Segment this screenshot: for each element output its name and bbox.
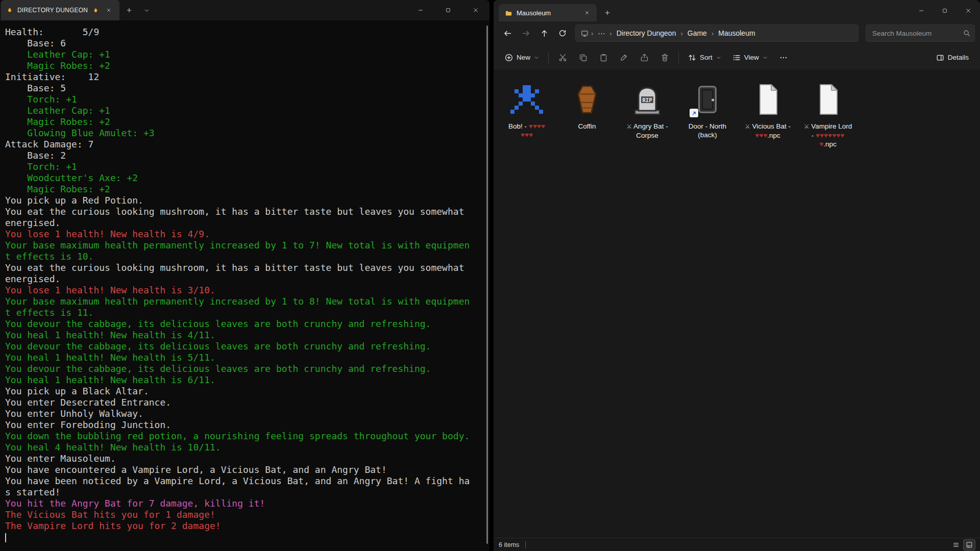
view-button-label: View — [744, 54, 759, 61]
this-pc-icon[interactable] — [581, 30, 589, 37]
tab-close-button[interactable] — [103, 5, 114, 16]
terminal-line: Base: 2 — [5, 150, 489, 161]
breadcrumb-item-directory-dungeon[interactable]: Directory Dungeon — [615, 28, 678, 38]
terminal-line: energised. — [5, 217, 489, 229]
terminal-scrollbar[interactable] — [486, 26, 488, 544]
delete-button[interactable] — [655, 48, 674, 67]
terminal-line: You heal 1 health! New health is 6/11. — [5, 374, 489, 386]
terminal-line: You lose 1 health! New health is 4/9. — [5, 229, 489, 240]
terminal-line: You eat the curious looking mushroom, it… — [5, 206, 489, 217]
search-input[interactable] — [872, 30, 963, 37]
refresh-icon — [558, 29, 567, 37]
terminal-line: You devour the cabbage, its delicious le… — [5, 363, 489, 374]
explorer-close-button[interactable] — [957, 0, 980, 21]
shortcut-arrow-icon — [690, 109, 698, 117]
explorer-window: Mausoleum — [494, 0, 980, 551]
delete-icon — [660, 53, 669, 62]
breadcrumb-chevron: › — [591, 30, 594, 37]
details-pane-icon — [936, 54, 944, 62]
breadcrumb-item-game[interactable]: Game — [685, 28, 709, 38]
document-icon — [747, 79, 789, 120]
terminal-output[interactable]: Health: 5/9 Base: 6 Leather Cap: +1 Magi… — [0, 20, 489, 551]
sort-button-label: Sort — [700, 54, 713, 61]
new-tab-button[interactable] — [121, 3, 137, 18]
file-item-bob[interactable]: Bob! - ♥♥♥♥♥♥♥ — [497, 77, 557, 151]
nav-refresh-button[interactable] — [554, 24, 571, 42]
paste-button[interactable] — [594, 48, 613, 67]
terminal-line: You heal 4 health! New health is 10/11. — [5, 442, 489, 453]
breadcrumb: › ··· › Directory Dungeon › Game › Mauso… — [575, 24, 859, 42]
file-item-vampire-lord[interactable]: ⚔ Vampire Lord- ♥♥♥♥♥♥♥♥.npc — [798, 77, 858, 151]
paste-icon — [599, 53, 608, 62]
forward-icon — [522, 29, 530, 38]
terminal-line: Torch: +1 — [5, 94, 489, 105]
terminal-line: t effects is 11. — [5, 307, 489, 318]
breadcrumb-chevron: › — [711, 30, 714, 37]
command-bar: New Sort — [494, 45, 980, 70]
share-button[interactable] — [634, 48, 654, 67]
chevron-down-icon — [534, 55, 539, 60]
explorer-tab[interactable]: Mausoleum — [499, 4, 597, 21]
terminal-line: You heal 1 health! New health is 4/11. — [5, 330, 489, 341]
explorer-tab-close-button[interactable] — [581, 7, 593, 18]
terminal-line: You pick up a Red Potion. — [5, 195, 489, 206]
toolbar-divider — [678, 52, 679, 63]
file-item-angry-bat-corpse[interactable]: RIP⚔ Angry Bat -Corpse — [617, 77, 677, 151]
terminal-line: Initiative: 12 — [5, 71, 489, 83]
view-large-icons-button[interactable] — [964, 540, 975, 550]
cut-button[interactable] — [553, 48, 572, 67]
rename-icon — [620, 53, 628, 62]
terminal-line: You lose 1 health! New health is 3/10. — [5, 285, 489, 296]
terminal-line: You eat the curious looking mushroom, it… — [5, 262, 489, 273]
nav-back-button[interactable] — [499, 24, 516, 42]
view-button[interactable]: View — [727, 48, 773, 67]
terminal-line: Base: 5 — [5, 83, 489, 94]
terminal-line: s started! — [5, 487, 489, 498]
tab-dropdown-button[interactable] — [139, 3, 154, 18]
copy-button[interactable] — [573, 48, 593, 67]
terminal-line: Your base maximum health permanently inc… — [5, 296, 489, 307]
details-button[interactable]: Details — [931, 48, 974, 67]
maximize-button[interactable] — [434, 0, 462, 20]
view-icon — [732, 54, 741, 62]
explorer-new-tab-button[interactable] — [600, 5, 615, 20]
breadcrumb-item-mausoleum[interactable]: Mausoleum — [716, 28, 757, 38]
up-icon — [540, 29, 549, 38]
file-item-coffin[interactable]: Coffin — [557, 77, 617, 151]
coffin-icon — [566, 79, 608, 120]
rename-button[interactable] — [614, 48, 633, 67]
breadcrumb-ellipsis[interactable]: ··· — [596, 28, 607, 38]
more-button[interactable] — [774, 48, 793, 67]
terminal-window: DIRECTORY DUNGEON Health: — [0, 0, 489, 551]
terminal-line: Leather Cap: +1 — [5, 49, 489, 60]
sort-button[interactable]: Sort — [683, 48, 726, 67]
new-plus-icon — [505, 54, 513, 62]
explorer-maximize-button[interactable] — [933, 0, 957, 21]
view-list-button[interactable] — [950, 540, 962, 550]
breadcrumb-chevron: › — [609, 30, 612, 37]
minimize-button[interactable] — [407, 0, 434, 20]
terminal-line: Glowing Blue Amulet: +3 — [5, 128, 489, 139]
flame-icon — [6, 7, 13, 14]
terminal-line: Leather Cap: +1 — [5, 105, 489, 116]
file-label: ⚔ Vampire Lord- ♥♥♥♥♥♥♥♥.npc — [804, 122, 852, 148]
file-item-vicious-bat[interactable]: ⚔ Vicious Bat -♥♥♥.npc — [738, 77, 798, 151]
document-icon — [807, 79, 849, 120]
file-item-door-north-back[interactable]: Door - North(back) — [677, 77, 738, 151]
nav-up-button[interactable] — [535, 24, 553, 42]
terminal-line: You enter Unholy Walkway. — [5, 408, 489, 419]
new-button[interactable]: New — [500, 48, 544, 67]
nav-forward-button[interactable] — [517, 24, 534, 42]
terminal-cursor — [5, 533, 6, 542]
terminal-line: You down the bubbling red potion, a nour… — [5, 431, 489, 442]
status-bar: 6 items — [494, 538, 980, 551]
folder-icon — [505, 9, 512, 17]
terminal-titlebar: DIRECTORY DUNGEON — [0, 0, 489, 20]
details-button-label: Details — [948, 54, 969, 61]
cut-icon — [558, 53, 567, 62]
explorer-minimize-button[interactable] — [910, 0, 933, 21]
file-grid[interactable]: Bob! - ♥♥♥♥♥♥♥CoffinRIP⚔ Angry Bat -Corp… — [494, 70, 980, 538]
close-button[interactable] — [462, 0, 489, 20]
terminal-tab[interactable]: DIRECTORY DUNGEON — [1, 0, 119, 20]
terminal-line: You have encountered a Vampire Lord, a V… — [5, 464, 489, 475]
